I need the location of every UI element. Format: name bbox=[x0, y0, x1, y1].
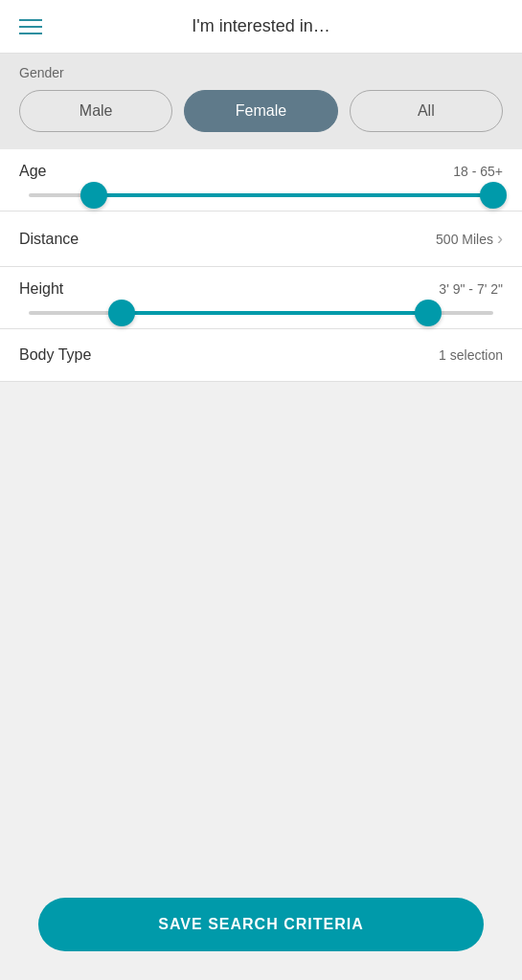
age-track-fill bbox=[94, 193, 493, 197]
menu-icon[interactable] bbox=[19, 19, 42, 34]
height-range-value: 3' 9" - 7' 2" bbox=[439, 281, 503, 297]
gender-female-button[interactable]: Female bbox=[184, 90, 337, 132]
age-range-value: 18 - 65+ bbox=[453, 164, 503, 179]
age-label: Age bbox=[19, 163, 46, 180]
height-track-fill bbox=[122, 311, 428, 315]
distance-value-group: 500 Miles › bbox=[436, 229, 503, 249]
height-slider[interactable] bbox=[19, 301, 503, 315]
body-type-value: 1 selection bbox=[439, 347, 503, 363]
footer: SAVE SEARCH CRITERIA bbox=[0, 879, 522, 980]
gender-label: Gender bbox=[19, 65, 503, 80]
distance-value: 500 Miles bbox=[436, 232, 493, 247]
gender-all-button[interactable]: All bbox=[350, 90, 503, 132]
height-thumb-min[interactable] bbox=[108, 300, 135, 326]
header-title: I'm interested in… bbox=[192, 16, 330, 36]
chevron-right-icon: › bbox=[497, 229, 503, 249]
distance-label: Distance bbox=[19, 231, 79, 248]
gender-male-button[interactable]: Male bbox=[19, 90, 172, 132]
age-row-header: Age 18 - 65+ bbox=[19, 163, 503, 180]
body-type-row[interactable]: Body Type 1 selection bbox=[0, 329, 522, 382]
age-slider[interactable] bbox=[19, 184, 503, 197]
gender-button-group: Male Female All bbox=[19, 90, 503, 132]
body-type-label: Body Type bbox=[19, 346, 91, 364]
distance-row[interactable]: Distance 500 Miles › bbox=[0, 212, 522, 267]
height-label: Height bbox=[19, 280, 63, 298]
gender-section: Gender Male Female All bbox=[0, 54, 522, 149]
header: I'm interested in… bbox=[0, 0, 522, 54]
content-spacer bbox=[0, 382, 522, 879]
age-slider-track bbox=[29, 193, 493, 197]
height-row-header: Height 3' 9" - 7' 2" bbox=[19, 280, 503, 298]
save-search-button[interactable]: SAVE SEARCH CRITERIA bbox=[38, 898, 484, 951]
height-slider-track bbox=[29, 311, 493, 315]
height-thumb-max[interactable] bbox=[415, 300, 442, 326]
height-row: Height 3' 9" - 7' 2" bbox=[0, 267, 522, 329]
age-row: Age 18 - 65+ bbox=[0, 149, 522, 212]
main-content: Gender Male Female All Age 18 - 65+ Dist… bbox=[0, 54, 522, 879]
age-thumb-min[interactable] bbox=[80, 182, 107, 209]
age-thumb-max[interactable] bbox=[480, 182, 507, 209]
